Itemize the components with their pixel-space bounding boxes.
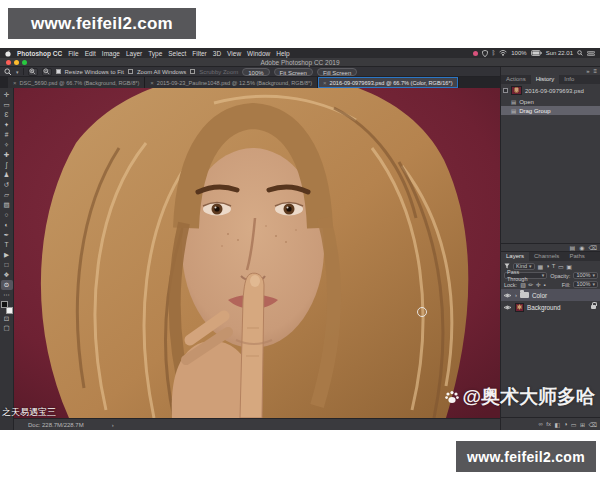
zoom-out-button[interactable] (42, 68, 52, 76)
eyedropper-tool[interactable]: ✧ (1, 140, 13, 150)
lock-pixels-icon[interactable]: ✏ (528, 281, 533, 288)
type-layer-filter-icon[interactable]: T (552, 263, 556, 269)
menu-item[interactable]: Help (276, 50, 289, 57)
document-canvas[interactable] (14, 88, 500, 418)
actual-size-button[interactable]: 100% (242, 68, 269, 76)
visibility-eye-icon[interactable] (503, 304, 512, 311)
blend-mode-dropdown[interactable]: Pass Through ▾ (504, 272, 547, 279)
tool-preset-caret-icon[interactable]: ▾ (16, 69, 19, 75)
panel-tab[interactable]: Paths (564, 252, 589, 261)
spot-healing-brush-tool[interactable]: ✚ (1, 150, 13, 160)
group-expander-icon[interactable]: › (515, 292, 517, 298)
delete-layer-icon[interactable]: ⌫ (589, 421, 597, 428)
fill-dropdown[interactable]: 100% ▾ (573, 281, 598, 288)
history-state-row[interactable]: ▤ Open (501, 97, 600, 106)
shield-icon[interactable] (482, 50, 488, 57)
quick-mask-icon[interactable]: ⊡ (1, 314, 13, 323)
blur-tool[interactable]: ○ (1, 210, 13, 220)
layer-name[interactable]: Color (532, 292, 547, 299)
menu-item[interactable]: Window (247, 50, 270, 57)
menubar-clock[interactable]: Sun 22.01 (546, 50, 573, 56)
screen-mode-icon[interactable]: ▢ (1, 323, 13, 332)
resize-windows-checkbox[interactable] (56, 69, 61, 74)
link-layers-icon[interactable]: ∞ (539, 421, 543, 427)
wifi-icon[interactable] (499, 50, 507, 56)
new-layer-icon[interactable]: ⊞ (580, 421, 585, 428)
document-tab[interactable]: × DSC_5690.psd @ 66.7% (Background, RGB/… (8, 77, 145, 88)
shape-tool[interactable]: □ (1, 260, 13, 270)
lasso-tool[interactable]: Ɛ (1, 110, 13, 120)
document-tab[interactable]: × 2016-09-0979693.psd @ 66.7% (Color, RG… (318, 77, 458, 88)
menu-item[interactable]: File (68, 50, 78, 57)
path-selection-tool[interactable]: ▶ (1, 250, 13, 260)
layer-effects-icon[interactable]: fx (546, 421, 551, 427)
panel-menu-icon[interactable]: ≡ (593, 68, 597, 74)
menu-item[interactable]: Type (148, 50, 162, 57)
color-swatches[interactable] (1, 301, 13, 314)
new-group-icon[interactable]: ▭ (571, 421, 577, 428)
layer-row-background[interactable]: Background (501, 301, 600, 313)
move-tool[interactable]: ✛ (1, 90, 13, 100)
apple-menu-icon[interactable] (5, 50, 11, 57)
crop-tool[interactable]: # (1, 130, 13, 140)
quick-selection-tool[interactable]: ✦ (1, 120, 13, 130)
rectangular-marquee-tool[interactable]: ▭ (1, 100, 13, 110)
zoom-tool-options-icon[interactable] (4, 68, 12, 76)
document-tab[interactable]: × 2015-09-23_Pauline1048.psd @ 12.5% (Ba… (145, 77, 318, 88)
hand-tool[interactable]: ❖ (1, 270, 13, 280)
menu-item[interactable]: Edit (85, 50, 96, 57)
status-chevron-icon[interactable]: › (112, 422, 114, 428)
adjustment-layer-icon[interactable]: ◑ (564, 421, 568, 427)
dodge-tool[interactable]: ◐ (1, 220, 13, 230)
delete-state-icon[interactable]: ⌫ (589, 244, 597, 251)
menu-item[interactable]: Image (102, 50, 120, 57)
smart-object-filter-icon[interactable]: ▣ (566, 263, 572, 270)
brush-tool[interactable]: ʃ (1, 160, 13, 170)
panel-tab[interactable]: Info (559, 75, 579, 84)
bluetooth-icon[interactable]: ᛒ (492, 50, 496, 56)
menu-item[interactable]: 3D (213, 50, 221, 57)
zoom-tool[interactable]: ⊙ (1, 280, 13, 290)
menu-item[interactable]: Filter (192, 50, 206, 57)
fill-screen-button[interactable]: Fill Screen (317, 68, 357, 76)
spotlight-icon[interactable] (577, 50, 583, 56)
panel-tab[interactable]: Channels (529, 252, 564, 261)
shape-layer-filter-icon[interactable]: ▭ (558, 263, 564, 270)
menu-item[interactable]: Layer (126, 50, 142, 57)
new-document-from-state-icon[interactable]: ▤ (570, 244, 576, 251)
layer-mask-icon[interactable]: ◧ (555, 421, 561, 428)
history-state-row[interactable]: ▤ Drag Group (501, 106, 600, 115)
doc-size-readout[interactable]: Doc: 228.7M/228.7M (28, 422, 84, 428)
zoom-in-button[interactable] (28, 68, 38, 76)
history-brush-tool[interactable]: ↺ (1, 180, 13, 190)
adjustment-layer-filter-icon[interactable]: ◑ (546, 263, 550, 269)
control-center-icon[interactable] (587, 51, 595, 56)
fit-screen-button[interactable]: Fit Screen (274, 68, 313, 76)
foreground-color-swatch[interactable] (1, 301, 8, 308)
panel-tab[interactable]: Actions (501, 75, 531, 84)
layer-name[interactable]: Background (527, 304, 561, 311)
menu-item[interactable]: View (227, 50, 241, 57)
history-snapshot-row[interactable]: 2016-09-0979693.psd (501, 84, 600, 97)
type-tool[interactable]: T (1, 240, 13, 250)
tab-close-icon[interactable]: × (13, 80, 17, 86)
lock-transparency-icon[interactable]: ▨ (520, 281, 526, 288)
edit-toolbar-icon[interactable]: ⋯ (1, 290, 13, 299)
panel-tab[interactable]: Layers (501, 252, 529, 261)
layer-thumbnail[interactable] (515, 303, 524, 312)
lock-position-icon[interactable]: ✛ (536, 281, 541, 288)
tab-close-icon[interactable]: × (323, 80, 327, 86)
clone-stamp-tool[interactable]: ♟ (1, 170, 13, 180)
eraser-tool[interactable]: ▱ (1, 190, 13, 200)
collapse-panels-icon[interactable]: » (586, 68, 589, 74)
menu-item[interactable]: Photoshop CC (17, 50, 62, 57)
lock-all-icon[interactable]: ▪ (543, 282, 545, 288)
zoom-all-windows-checkbox[interactable] (128, 69, 133, 74)
visibility-eye-icon[interactable] (503, 292, 512, 299)
menubar-app-icon[interactable] (473, 51, 478, 56)
panel-tab[interactable]: History (531, 75, 560, 84)
pen-tool[interactable]: ✒ (1, 230, 13, 240)
history-source-checkbox[interactable] (503, 88, 508, 93)
new-snapshot-icon[interactable]: ◉ (579, 244, 584, 251)
gradient-tool[interactable]: ▨ (1, 200, 13, 210)
